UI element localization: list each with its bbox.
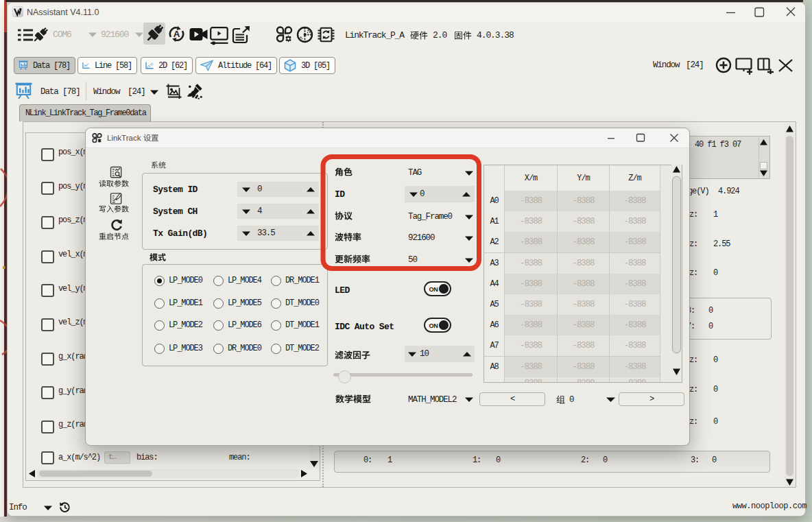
status-info-label[interactable]: Info (9, 503, 27, 512)
filter-value[interactable]: 10 (420, 349, 429, 359)
channel-checkbox[interactable] (41, 182, 54, 195)
hex-scroll-thumb[interactable] (760, 162, 767, 169)
mode-radio-dr_mode0[interactable] (213, 344, 224, 354)
system-spinner-up-icon[interactable] (306, 187, 315, 193)
auto-reconnect-icon[interactable]: A (168, 25, 185, 43)
read-params-button[interactable] (95, 166, 139, 189)
radar-chart-icon[interactable] (296, 26, 313, 43)
channel-checkbox[interactable] (41, 386, 54, 399)
system-spinner-up-icon[interactable] (306, 230, 315, 237)
toolbar2-window-count[interactable]: [24] (128, 87, 145, 97)
write-params-button[interactable] (95, 192, 139, 215)
math-model-arrow-icon[interactable] (464, 396, 474, 403)
mode-radio-lp_mode4[interactable] (213, 276, 224, 286)
idc-toggle[interactable]: ON (424, 318, 451, 333)
view-tab-data[interactable]: Data [78] (14, 57, 75, 74)
mode-radio-dt_mode0[interactable] (271, 298, 281, 309)
mode-radio-dt_mode2[interactable] (271, 344, 281, 354)
table-scroll-up-icon[interactable] (672, 165, 681, 174)
led-toggle[interactable]: ON (424, 281, 451, 296)
dialog-minimize-button[interactable] (604, 128, 619, 147)
hex-scroll-up-icon[interactable] (759, 139, 768, 146)
hscroll-right-icon[interactable] (300, 469, 309, 478)
group-select-arrow-icon[interactable] (606, 396, 616, 403)
vscroll-down-icon[interactable] (309, 460, 319, 468)
mode-radio-lp_mode2[interactable] (154, 320, 165, 331)
snapshot-icon[interactable] (166, 84, 182, 99)
firmware-chip-icon[interactable] (318, 26, 335, 43)
status-info-arrow-icon[interactable] (43, 505, 53, 511)
mode-radio-dt_mode1[interactable] (271, 320, 281, 331)
filter-slider-thumb[interactable] (338, 370, 351, 383)
maximize-button[interactable] (749, 3, 769, 22)
hscroll-left-icon[interactable] (27, 469, 36, 478)
window-select-arrow-icon[interactable] (150, 89, 159, 95)
system-spinner-down-icon[interactable] (241, 187, 251, 193)
baud-rate-arrow-icon[interactable] (134, 32, 144, 38)
filter-spin-up-icon[interactable] (462, 351, 472, 357)
settings-apps-icon[interactable] (276, 26, 293, 43)
baud-rate-select[interactable]: 921600 (101, 29, 128, 40)
view-tab-2d[interactable]: 2D [62] (141, 57, 193, 74)
toolbar2-window-label[interactable]: Window (93, 87, 119, 97)
clear-broom-icon[interactable] (186, 82, 204, 100)
filter-slider-track[interactable] (333, 373, 473, 377)
system-spinner-down-icon[interactable] (241, 230, 251, 237)
export-data-icon[interactable] (232, 25, 251, 45)
channel-checkbox[interactable] (41, 148, 54, 161)
system-spinner-up-icon[interactable] (306, 209, 315, 215)
close-view-icon[interactable] (778, 59, 794, 73)
mode-radio-lp_mode0[interactable] (154, 276, 165, 286)
mode-radio-lp_mode1[interactable] (154, 298, 165, 309)
mode-radio-lp_mode6[interactable] (213, 320, 224, 331)
system-spinner-value[interactable]: 0 (257, 185, 261, 194)
table-scroll-thumb[interactable] (672, 176, 681, 353)
add-screen-icon[interactable] (735, 57, 754, 75)
main-vscroll-down-icon[interactable] (785, 478, 794, 486)
main-vscroll-up-icon[interactable] (785, 125, 794, 133)
close-button[interactable] (780, 3, 802, 22)
plug-disconnected-icon[interactable] (31, 25, 50, 45)
dialog-close-button[interactable] (667, 128, 682, 147)
t-button[interactable]: t… (104, 451, 130, 464)
hex-scroll-down-icon[interactable] (759, 169, 768, 177)
channel-checkbox[interactable] (41, 284, 54, 297)
channel-checkbox[interactable] (41, 353, 54, 366)
channel-checkbox[interactable] (41, 216, 54, 229)
system-spinner-down-icon[interactable] (241, 209, 251, 215)
prev-group-button[interactable]: < (479, 392, 545, 406)
add-window-icon[interactable] (715, 57, 732, 73)
table-scroll-down-icon[interactable] (672, 368, 681, 376)
channel-checkbox-ax[interactable] (41, 451, 54, 464)
record-video-icon[interactable] (189, 27, 208, 43)
dialog-maximize-button[interactable] (633, 128, 648, 147)
next-group-button[interactable]: > (619, 392, 684, 406)
mode-radio-dr_mode1[interactable] (271, 276, 281, 286)
system-spinner-value[interactable]: 33.5 (257, 228, 275, 238)
minimize-button[interactable] (721, 3, 741, 22)
math-model-value[interactable]: MATH_MODEL2 (408, 395, 456, 405)
filter-spin-down-icon[interactable] (407, 351, 417, 357)
hscroll-thumb[interactable] (39, 471, 152, 477)
split-window-icon[interactable] (757, 58, 775, 74)
main-vscroll-thumb[interactable] (786, 136, 793, 476)
doc-tab[interactable]: NLink_LinkTrack_Tag_Frame0data (19, 104, 151, 121)
view-tab-3d[interactable]: 3D [05] (279, 57, 335, 74)
view-tab-line[interactable]: Line [58] (77, 57, 137, 74)
restart-node-button[interactable] (95, 219, 139, 242)
replay-player-icon[interactable] (210, 26, 229, 45)
view-tab-altitude[interactable]: Altitude [64] (195, 57, 277, 74)
channel-checkbox[interactable] (41, 318, 54, 331)
system-spinner-value[interactable]: 4 (257, 206, 261, 216)
connect-button[interactable] (143, 23, 165, 45)
channel-label: pos_y(m (58, 182, 88, 191)
website-label[interactable]: www.nooploop.com (732, 501, 807, 511)
fw-version: 4.0.3.38 (477, 30, 514, 40)
channel-checkbox[interactable] (41, 420, 54, 434)
mode-radio-lp_mode3[interactable] (154, 344, 165, 354)
mode-radio-lp_mode5[interactable] (213, 298, 224, 309)
history-icon[interactable] (59, 501, 71, 513)
com-port-select[interactable]: COM6 (53, 29, 71, 40)
com-port-arrow-icon[interactable] (88, 32, 97, 38)
channel-checkbox[interactable] (41, 250, 54, 263)
